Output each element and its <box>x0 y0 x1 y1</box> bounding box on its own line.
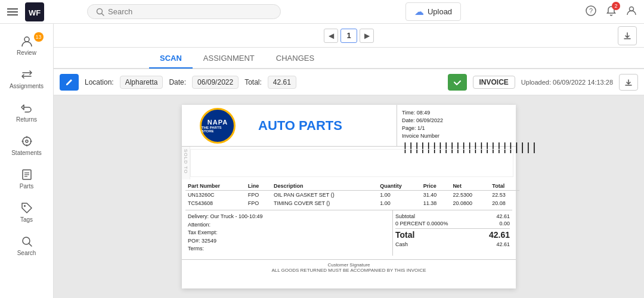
svg-text:WF: WF <box>29 8 41 17</box>
tab-assignment[interactable]: ASSIGNMENT <box>193 49 265 69</box>
prev-page-button[interactable]: ◀ <box>324 29 338 43</box>
returns-icon <box>20 101 33 114</box>
statements-icon <box>20 135 33 148</box>
cell-net-1: 22.5300 <box>450 191 490 200</box>
tax-label: 0 PERCENT 0.0000% <box>395 221 448 226</box>
tab-changes[interactable]: CHANGES <box>265 49 325 69</box>
col-part-number: Part Number <box>185 182 246 191</box>
tax-exempt-text: Tax Exempt: <box>188 229 390 237</box>
uploaded-timestamp: Uploaded: 06/09/2022 14:13:28 <box>521 79 613 86</box>
cell-net-2: 20.0800 <box>450 199 490 207</box>
tax-row: 0 PERCENT 0.0000% 0.00 <box>395 220 510 227</box>
pagination-bar: ◀ 1 ▶ <box>54 24 644 48</box>
cell-line-2: FPO <box>246 199 271 207</box>
invoice-document: NAPA THE PARTS STORE AUTO PARTS Time: 08… <box>182 105 516 288</box>
notifications-button[interactable]: 2 <box>606 5 617 18</box>
svg-point-8 <box>26 140 28 142</box>
search-bar[interactable] <box>87 4 281 19</box>
pagination-controls: ◀ 1 ▶ <box>324 29 374 43</box>
statements-label: Statements <box>11 150 42 156</box>
approve-button[interactable] <box>448 74 467 91</box>
top-navigation: WF ☁ Upload ? 2 <box>0 0 644 24</box>
sidebar-item-search[interactable]: Search <box>3 230 51 261</box>
col-net: Net <box>450 182 490 191</box>
nav-icons: ? 2 <box>586 5 637 18</box>
cell-price-1: 31.40 <box>421 191 451 200</box>
cash-value: 42.61 <box>496 241 510 247</box>
sidebar: 13 Review Assignments Returns <box>0 24 54 298</box>
toolbar: Location: Alpharetta Date: 06/09/2022 To… <box>54 69 644 95</box>
table-header-row: Part Number Line Description Quantity Pr… <box>185 182 519 191</box>
svg-point-7 <box>24 37 29 42</box>
upload-button[interactable]: ☁ Upload <box>405 2 461 21</box>
sidebar-search-icon <box>20 235 33 248</box>
user-profile-button[interactable] <box>626 5 637 18</box>
invoice-side-label: SOLD TO <box>182 147 190 179</box>
review-icon <box>20 35 33 48</box>
invoice-number-label: Invoice Number <box>402 133 511 139</box>
assignments-label: Assignments <box>10 83 44 89</box>
napa-logo-badge: NAPA THE PARTS STORE <box>200 108 236 144</box>
svg-point-9 <box>23 137 31 145</box>
cloud-upload-icon: ☁ <box>414 6 424 17</box>
invoice-preview: NAPA THE PARTS STORE AUTO PARTS Time: 08… <box>54 95 644 298</box>
sidebar-item-parts[interactable]: Parts <box>3 163 51 194</box>
autoparts-label: AUTO PARTS <box>258 118 342 134</box>
sidebar-item-returns[interactable]: Returns <box>3 97 51 128</box>
col-description: Description <box>271 182 377 191</box>
returns-label: Returns <box>16 116 37 123</box>
invoice-page: Page: 1/1 <box>402 125 511 131</box>
prev-page-icon: ◀ <box>329 32 334 40</box>
invoice-signature-section: Customer Signature ALL GOODS RETURNED MU… <box>182 259 516 275</box>
help-button[interactable]: ? <box>586 5 596 18</box>
sidebar-item-assignments[interactable]: Assignments <box>3 63 51 94</box>
date-value: 06/09/2022 <box>192 76 239 89</box>
invoice-address-area <box>190 149 513 177</box>
total-value: 42.61 <box>268 76 296 89</box>
cell-desc-2: TIMING COVER SET () <box>271 199 377 207</box>
subtotal-row: Subtotal 42.61 <box>395 213 510 220</box>
download-top-button[interactable] <box>618 26 637 45</box>
search-sidebar-label: Search <box>17 250 36 256</box>
cell-desc-1: OIL PAN GASKET SET () <box>271 191 377 200</box>
cell-qty-2: 1.00 <box>377 199 420 207</box>
total-label: Total: <box>244 78 262 86</box>
napa-logo: NAPA THE PARTS STORE <box>182 105 253 146</box>
review-label: Review <box>17 49 36 56</box>
sidebar-item-tags[interactable]: Tags <box>3 197 51 228</box>
tabs-bar: SCAN ASSIGNMENT CHANGES <box>54 48 644 69</box>
footer-left: Delivery: Our Truck - 100-10:49 Attentio… <box>185 210 393 256</box>
next-page-icon: ▶ <box>364 32 370 40</box>
invoice-right-header: Time: 08:49 Date: 06/09/2022 Page: 1/1 I… <box>397 105 516 146</box>
cell-price-2: 11.38 <box>421 199 451 207</box>
edit-button[interactable] <box>60 74 79 91</box>
search-input[interactable] <box>108 7 263 16</box>
subtotal-value: 42.61 <box>496 213 510 219</box>
disclaimer-text: ALL GOODS RETURNED MUST BE ACCOMPANIED B… <box>184 268 513 273</box>
cell-total-2: 20.08 <box>490 199 519 207</box>
search-icon <box>96 8 104 16</box>
cell-line-1: FPO <box>246 191 271 200</box>
invoice-type-label: INVOICE <box>473 76 515 89</box>
invoice-date: Date: 06/09/2022 <box>402 117 511 123</box>
napa-sub-text: THE PARTS STORE <box>202 126 234 133</box>
parts-icon <box>20 168 33 181</box>
col-line: Line <box>246 182 271 191</box>
notification-badge: 2 <box>612 2 620 10</box>
subtotal-label: Subtotal <box>395 213 415 219</box>
tags-icon <box>20 201 33 215</box>
total-value: 42.61 <box>489 230 510 240</box>
sidebar-item-review[interactable]: 13 Review <box>3 30 51 61</box>
col-total: Total <box>490 182 519 191</box>
tax-value: 0.00 <box>499 221 510 226</box>
svg-line-3 <box>102 13 104 15</box>
download-toolbar-button[interactable] <box>619 74 638 91</box>
date-label: Date: <box>169 78 186 86</box>
hamburger-menu[interactable] <box>7 8 18 15</box>
cell-part-number-2: TC543608 <box>185 199 246 207</box>
tab-scan[interactable]: SCAN <box>149 49 193 69</box>
sidebar-item-statements[interactable]: Statements <box>3 130 51 161</box>
next-page-button[interactable]: ▶ <box>360 29 374 43</box>
terms-text: Terms: <box>188 245 390 253</box>
invoice-time: Time: 08:49 <box>402 110 511 116</box>
